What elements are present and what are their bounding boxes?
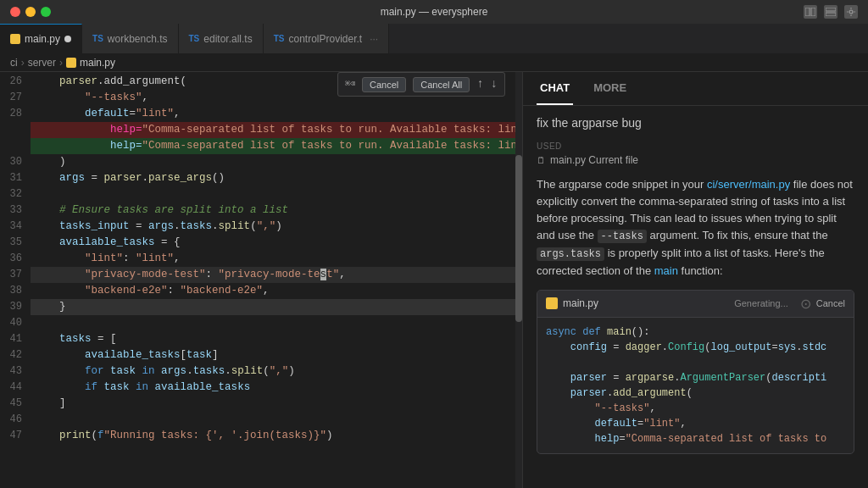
find-down-arrow[interactable]: ↓ (491, 76, 498, 92)
table-row: 28 default="lint", (0, 106, 522, 122)
breadcrumb-ci[interactable]: ci (10, 57, 18, 69)
cancel-all-button[interactable]: Cancel All (413, 77, 470, 92)
scrollbar-thumb (515, 155, 522, 321)
svg-rect-1 (811, 8, 815, 16)
window-title: main.py — everysphere (381, 6, 488, 18)
table-row: help="Comma-separated list of tasks to r… (0, 138, 522, 154)
table-row: 32 (0, 186, 522, 202)
table-row: 43 for task in args.tasks.split(",") (0, 363, 522, 380)
table-row: help="Comma-separated list of tasks to r… (0, 122, 522, 138)
tab-overflow-indicator: ··· (370, 33, 378, 45)
tab-label-editor-all-ts: editor.all.ts (203, 33, 252, 45)
chat-response: The argparse code snippet in your ci/ser… (537, 176, 854, 280)
table-row: 41 tasks = [ (0, 331, 522, 347)
used-file: 🗒 main.py Current file (537, 154, 854, 166)
tab-main-py[interactable]: main.py (0, 24, 82, 53)
table-row: 45 ] (0, 396, 522, 412)
table-row: 40 (0, 315, 522, 331)
response-main-link[interactable]: main (654, 264, 678, 277)
breadcrumb-file-icon (66, 58, 76, 68)
cancel-label: Cancel (816, 298, 845, 308)
response-code-2: args.tasks (537, 247, 604, 261)
tab-workbench-ts[interactable]: TS workbench.ts (82, 24, 178, 53)
traffic-lights (10, 7, 51, 17)
panel-content[interactable]: fix the argparse bug USED 🗒 main.py Curr… (523, 106, 868, 488)
tab-label-controlprovider: controlProvider.t (288, 33, 362, 45)
breadcrumb-server[interactable]: server (28, 57, 56, 69)
fullscreen-button[interactable] (41, 7, 51, 17)
list-item: parser.add_argument( (546, 385, 845, 401)
list-item: async def main(): (546, 324, 845, 340)
right-panel: CHAT MORE fix the argparse bug USED 🗒 ma… (522, 72, 868, 488)
list-item: "--tasks", (546, 401, 845, 416)
cancel-kbd: ⌘⌫ (345, 76, 355, 92)
list-item: config = dagger.Config(log_output=sys.st… (546, 340, 845, 355)
table-row: 44 if task in available_tasks (0, 380, 522, 396)
breadcrumb: ci › server › main.py (0, 53, 868, 72)
table-row: 38 "backend-e2e": "backend-e2e", (0, 283, 522, 299)
list-item (546, 355, 845, 370)
breadcrumb-file-name[interactable]: main.py (80, 57, 115, 69)
tab-chat[interactable]: CHAT (537, 72, 573, 105)
tab-controlprovider[interactable]: TS controlProvider.t ··· (264, 24, 390, 53)
code-block-header: main.py Generating... ⊙ Cancel (537, 291, 854, 318)
panel-tabs: CHAT MORE (523, 72, 868, 106)
tab-label-main-py: main.py (25, 33, 60, 45)
table-row: 39 } (0, 299, 522, 315)
list-item: parser = argparse.ArgumentParser(descrip… (546, 370, 845, 385)
svg-point-4 (849, 10, 853, 14)
table-row: 47 print(f"Running tasks: {', '.join(tas… (0, 428, 522, 444)
used-label: USED (537, 141, 854, 151)
python-file-icon (10, 34, 20, 44)
response-file-link[interactable]: ci/server/main.py (707, 178, 790, 191)
tab-label-workbench-ts: workbench.ts (108, 33, 168, 45)
table-row: 31 args = parser.parse_args() (0, 170, 522, 186)
minimize-button[interactable] (25, 7, 36, 17)
code-block-file-icon (546, 297, 558, 309)
code-block-body: async def main(): config = dagger.Config… (537, 318, 854, 453)
tabs-bar: main.py TS workbench.ts TS editor.all.ts… (0, 24, 868, 53)
ts-icon-3: TS (274, 34, 285, 43)
table-row: 46 (0, 412, 522, 428)
code-block-cancel-button[interactable]: Cancel (816, 298, 845, 308)
main-content: ⌘⌫ Cancel Cancel All ↑ ↓ 26 parser.add_a… (0, 72, 868, 488)
list-item: help="Comma-separated list of tasks to (546, 431, 845, 446)
used-section: USED 🗒 main.py Current file (537, 141, 854, 166)
gear-icon[interactable] (844, 5, 858, 19)
response-code-1: --tasks (598, 230, 647, 243)
code-block: main.py Generating... ⊙ Cancel async def… (537, 290, 854, 454)
tab-chat-label: CHAT (540, 81, 570, 94)
cancel-button[interactable]: Cancel (362, 77, 406, 92)
code-lines: 26 parser.add_argument( 27 "--tasks", 28… (0, 72, 522, 444)
table-row: 34 tasks_input = args.tasks.split(",") (0, 219, 522, 235)
tab-editor-all-ts[interactable]: TS editor.all.ts (179, 24, 264, 53)
split-view-icon[interactable] (804, 5, 817, 19)
table-row: 36 "lint": "lint", (0, 251, 522, 267)
find-up-arrow[interactable]: ↑ (476, 76, 483, 92)
table-row: 30 ) (0, 154, 522, 170)
svg-rect-2 (826, 8, 836, 11)
svg-rect-0 (805, 8, 810, 16)
used-file-name: main.py Current file (550, 154, 638, 166)
code-editor[interactable]: ⌘⌫ Cancel Cancel All ↑ ↓ 26 parser.add_a… (0, 72, 522, 488)
ts-icon: TS (92, 34, 103, 43)
table-row: 33 # Ensure tasks are split into a list (0, 202, 522, 219)
code-block-generating-status: Generating... (734, 298, 788, 308)
response-end: function: (678, 264, 723, 277)
table-row: 42 available_tasks[task] (0, 347, 522, 363)
chat-query: fix the argparse bug (537, 116, 854, 130)
close-button[interactable] (10, 7, 20, 17)
title-bar: main.py — everysphere (0, 0, 868, 24)
tab-more-label: MORE (593, 81, 626, 94)
tab-modified-dot (64, 36, 71, 42)
response-intro: The argparse code snippet in your (537, 178, 707, 191)
table-row: 35 available_tasks = { (0, 235, 522, 251)
tab-more[interactable]: MORE (590, 72, 630, 105)
ts-icon-2: TS (189, 34, 200, 43)
breadcrumb-sep-1: › (21, 57, 25, 69)
breadcrumb-sep-2: › (59, 57, 63, 69)
editor-scrollbar[interactable] (515, 72, 522, 488)
layout-icon[interactable] (824, 5, 837, 19)
find-widget: ⌘⌫ Cancel Cancel All ↑ ↓ (337, 72, 505, 97)
code-block-filename: main.py (563, 297, 729, 309)
